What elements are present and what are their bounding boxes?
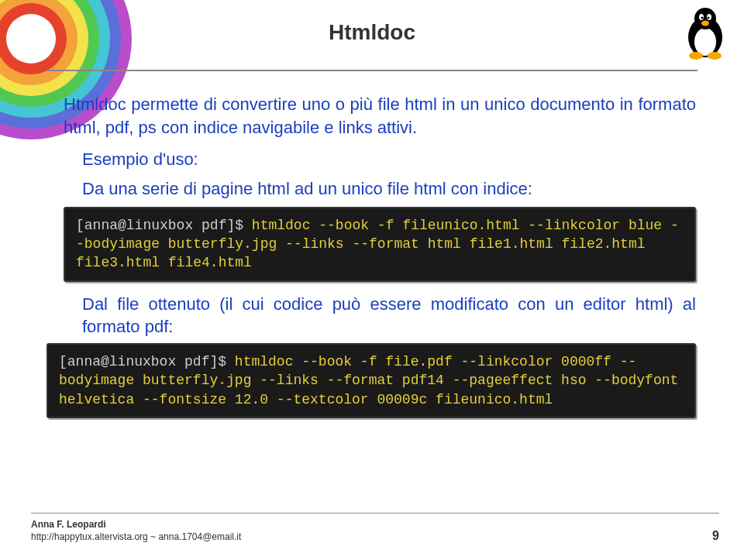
content-area: Htmldoc permette di convertire uno o più… xyxy=(64,93,696,428)
footer-author: Anna F. Leopardi xyxy=(31,518,719,531)
svg-point-9 xyxy=(708,52,722,60)
example-label: Esempio d'uso: xyxy=(82,148,696,171)
footer-text: Anna F. Leopardi http://happytux.altervi… xyxy=(31,513,719,543)
example-description-1: Da una serie di pagine html ad un unico … xyxy=(82,177,696,201)
terminal-prompt-1: [anna@linuxbox pdf]$ xyxy=(76,218,252,233)
intro-paragraph: Htmldoc permette di convertire uno o più… xyxy=(64,93,696,139)
svg-point-5 xyxy=(701,17,704,19)
footer-link: http://happytux.altervista.org ~ anna.17… xyxy=(31,531,719,543)
terminal-prompt-2: [anna@linuxbox pdf]$ xyxy=(59,354,235,369)
page-number: 9 xyxy=(712,529,719,543)
slide: Htmldoc Htmldoc permette di convertire u… xyxy=(0,0,744,560)
example-description-2: Dal file ottenuto (il cui codice può ess… xyxy=(82,293,696,338)
page-title: Htmldoc xyxy=(0,20,744,45)
title-divider xyxy=(46,70,698,71)
terminal-block-1: [anna@linuxbox pdf]$ htmldoc --book -f f… xyxy=(64,207,696,282)
svg-point-8 xyxy=(689,52,703,60)
terminal-block-2: [anna@linuxbox pdf]$ htmldoc --book -f f… xyxy=(46,343,696,418)
svg-point-6 xyxy=(708,17,710,19)
footer: Anna F. Leopardi http://happytux.altervi… xyxy=(31,513,719,543)
